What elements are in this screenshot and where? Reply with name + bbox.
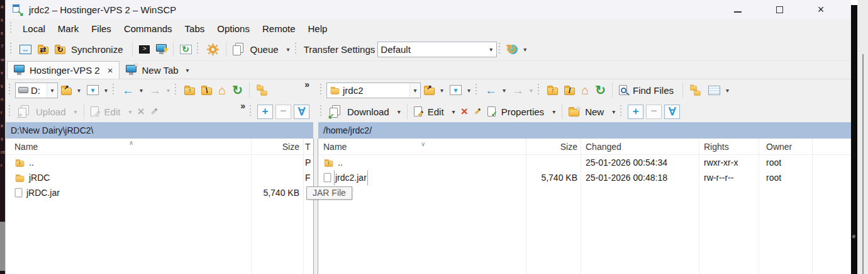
local-back-button[interactable]: ← ▾ — [119, 81, 146, 99]
local-parent-directory-button[interactable]: ↑ — [181, 81, 198, 99]
filter-dropdown-icon[interactable]: ▾ — [467, 87, 470, 94]
toolbar-grip[interactable] — [476, 84, 478, 96]
menu-help[interactable]: Help — [302, 21, 334, 37]
local-column-name[interactable]: Name — [6, 139, 251, 154]
remote-column-owner[interactable]: Owner — [759, 139, 812, 154]
transfer-settings-dropdown-icon[interactable]: ▾ — [486, 42, 496, 57]
local-column-size[interactable]: Size — [251, 139, 303, 154]
toolbar-grip[interactable] — [320, 84, 323, 96]
local-directory-tree-button[interactable] — [253, 81, 272, 99]
local-home-directory-button[interactable]: ⌂ — [215, 81, 229, 99]
menu-files[interactable]: Files — [85, 21, 118, 37]
remote-open-directory-button[interactable]: ↗ ▾ — [421, 81, 447, 99]
transfer-settings-combobox[interactable]: Default ▾ — [377, 42, 497, 57]
local-refresh-button[interactable]: ↻ — [229, 81, 246, 99]
local-command-overflow-icon[interactable]: » — [238, 101, 248, 111]
remote-directory-tree-button[interactable] — [686, 81, 705, 99]
find-files-button[interactable]: Find Files — [616, 81, 679, 99]
remote-select-files-button[interactable]: + — [628, 105, 643, 119]
remote-parent-directory-button[interactable]: ↑ — [544, 81, 561, 99]
local-row-parent[interactable]: ↑ .. P — [6, 155, 313, 170]
remote-home-directory-button[interactable]: ⌂ — [578, 81, 592, 99]
local-column-type[interactable]: T — [303, 139, 313, 154]
remote-edit-button[interactable]: Edit ▾ — [411, 103, 459, 120]
close-button[interactable]: × — [815, 3, 827, 16]
tab-close-icon[interactable]: × — [108, 65, 113, 76]
properties-dropdown-icon[interactable]: ▾ — [552, 108, 555, 115]
toolbar-grip[interactable] — [538, 84, 540, 96]
local-row-jrdc-jar[interactable]: jRDC.jar 5,740 KB — [6, 185, 313, 200]
queue-button[interactable]: Queue ▾ — [230, 40, 293, 58]
open-session-in-putty-button[interactable] — [153, 40, 170, 58]
swap-panels-button[interactable]: ↔ — [16, 40, 35, 58]
properties-button[interactable]: ✓ Properties ▾ — [484, 103, 559, 120]
open-directory-dropdown-icon[interactable]: ▾ — [440, 87, 443, 94]
list-view-button[interactable]: ▾ — [705, 81, 732, 99]
toolbar-grip[interactable] — [295, 43, 298, 55]
queue-dropdown-icon[interactable]: ▾ — [287, 46, 290, 53]
minimize-button[interactable] — [732, 3, 744, 16]
download-dropdown-icon[interactable]: ▾ — [398, 108, 401, 115]
menu-commands[interactable]: Commands — [118, 21, 179, 37]
new-button[interactable]: ★ New ▾ — [565, 103, 618, 120]
toolbar-grip[interactable] — [175, 84, 177, 96]
preferences-button[interactable] — [203, 40, 223, 58]
remote-back-button[interactable]: ← ▾ — [482, 81, 509, 99]
new-dropdown-icon[interactable]: ▾ — [612, 108, 615, 115]
local-path-header[interactable]: D:\New Dairy\jRDC2\ — [6, 122, 313, 139]
new-tab-dropdown-icon[interactable]: ▾ — [186, 67, 189, 74]
open-terminal-button[interactable]: > — [136, 40, 153, 58]
tab-new-tab[interactable]: ★ New Tab ▾ — [120, 61, 195, 79]
remote-filter-button[interactable]: ▼ ▾ — [447, 81, 474, 99]
remote-delete-button[interactable]: × — [459, 103, 470, 120]
remote-invert-selection-button[interactable]: ∀ — [664, 105, 680, 119]
toolbar-grip[interactable] — [499, 43, 501, 55]
back-dropdown-icon[interactable]: ▾ — [503, 87, 506, 94]
refresh-session-button[interactable]: ↻ — [177, 40, 195, 58]
remote-column-changed[interactable]: Changed — [581, 139, 699, 154]
local-filter-button[interactable]: ▼ ▾ — [84, 81, 111, 99]
remote-directory-dropdown-icon[interactable]: ▾ — [409, 83, 420, 98]
menu-mark[interactable]: Mark — [52, 21, 85, 37]
remote-column-rights[interactable]: Rights — [699, 139, 759, 154]
edit-dropdown-icon[interactable]: ▾ — [452, 108, 455, 115]
local-drive-combobox[interactable]: D: ▾ — [15, 83, 58, 98]
toolbar-grip[interactable] — [197, 43, 199, 55]
menu-remote[interactable]: Remote — [256, 21, 302, 37]
local-forward-button[interactable]: → ▾ — [146, 81, 173, 99]
remote-directory-combobox[interactable]: jrdc2 ▾ — [326, 83, 421, 98]
remote-row-parent[interactable]: ↑ .. 25-01-2026 00:54:34 rwxr-xr-x root — [318, 155, 851, 170]
remote-forward-button[interactable]: → ▾ — [509, 81, 536, 99]
synchronize-browsing-button[interactable]: ⇄ — [35, 40, 52, 58]
local-open-directory-button[interactable]: ↗ ▾ — [58, 81, 84, 99]
menu-tabs[interactable]: Tabs — [179, 21, 211, 37]
open-directory-dropdown-icon[interactable]: ▾ — [77, 87, 81, 94]
menu-local[interactable]: Local — [16, 21, 52, 37]
download-button[interactable]: ↙ Download ▾ — [326, 103, 404, 120]
remote-row-jrdc2-jar[interactable]: jrdc2.jar 5,740 KB 25-01-2026 00:48:18 r… — [318, 170, 851, 185]
local-toolbar-overflow-icon[interactable]: » — [302, 79, 312, 89]
panel-splitter[interactable] — [313, 139, 318, 274]
remote-refresh-button[interactable]: ↻ — [592, 81, 609, 99]
toolbar-grip[interactable] — [9, 105, 11, 118]
back-dropdown-icon[interactable]: ▾ — [140, 87, 143, 94]
menubar-grip[interactable] — [10, 22, 13, 35]
toolbar-grip[interactable] — [250, 105, 252, 118]
toolbar-grip[interactable] — [10, 43, 13, 55]
remote-rename-button[interactable] — [470, 103, 484, 120]
remote-root-directory-button[interactable]: / — [561, 81, 578, 99]
local-row-jrdc-folder[interactable]: jRDC F — [6, 170, 313, 185]
maximize-button[interactable] — [773, 3, 786, 16]
toolbar-grip[interactable] — [113, 84, 115, 96]
toolbar-grip[interactable] — [9, 84, 11, 96]
remote-column-size[interactable]: Size — [526, 139, 581, 154]
local-drive-dropdown-icon[interactable]: ▾ — [47, 83, 57, 98]
list-view-dropdown-icon[interactable]: ▾ — [726, 87, 729, 94]
local-select-files-button[interactable]: + — [257, 105, 273, 119]
remote-path-header[interactable]: /home/jrdc2/ — [318, 122, 851, 139]
transfer-options-button[interactable]: ↻ ▾ — [505, 40, 530, 58]
local-root-directory-button[interactable]: \ — [198, 81, 215, 99]
transfer-options-dropdown-icon[interactable]: ▾ — [523, 46, 526, 53]
synchronize-button[interactable]: ↻ Synchronize — [52, 40, 129, 58]
tab-hostinger-vps-2[interactable]: Hostinger-VPS 2 × — [7, 61, 120, 79]
